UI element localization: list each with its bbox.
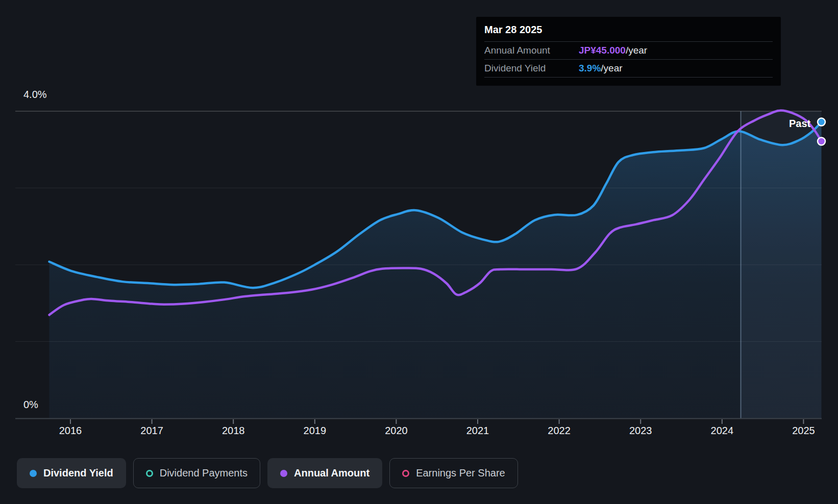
- tooltip-value: 3.9%: [579, 63, 601, 74]
- past-region-label: Past: [789, 118, 810, 130]
- x-axis-year-label: 2020: [376, 425, 416, 437]
- legend-button-earnings-per-share[interactable]: Earnings Per Share: [389, 458, 518, 488]
- x-axis-year-label: 2022: [539, 425, 580, 437]
- x-axis-year-label: 2021: [457, 425, 498, 437]
- tooltip-label: Annual Amount: [484, 45, 579, 56]
- x-axis-year-label: 2017: [132, 425, 172, 437]
- x-axis-year-label: 2024: [702, 425, 743, 437]
- tooltip-divider: [484, 77, 773, 78]
- legend-button-dividend-yield[interactable]: Dividend Yield: [17, 458, 126, 488]
- legend-label: Annual Amount: [294, 467, 369, 479]
- dividend-chart-panel: { "tooltip": { "date": "Mar 28 2025", "r…: [0, 0, 838, 504]
- legend-label: Dividend Payments: [160, 467, 248, 479]
- y-axis-zero-label: 0%: [23, 399, 38, 411]
- x-axis-year-label: 2016: [50, 425, 91, 437]
- dividend-yield-area: [50, 122, 822, 418]
- annual-amount-end-marker: [818, 137, 825, 145]
- tooltip-row-dividend-yield: Dividend Yield 3.9% /year: [476, 60, 781, 77]
- dividend-payments-circle-icon: [146, 470, 153, 477]
- chart-tooltip: Mar 28 2025 Annual Amount JP¥45.000 /yea…: [476, 17, 781, 86]
- legend-button-dividend-payments[interactable]: Dividend Payments: [133, 458, 260, 488]
- x-axis-year-label: 2019: [294, 425, 335, 437]
- annual-amount-dot-icon: [280, 470, 287, 477]
- highlight-band: [741, 111, 822, 418]
- x-axis-year-label: 2023: [620, 425, 661, 437]
- y-axis-max-label: 4.0%: [23, 89, 47, 100]
- chart-legend: Dividend Yield Dividend Payments Annual …: [17, 458, 518, 488]
- tooltip-value: JP¥45.000: [579, 45, 626, 56]
- earnings-per-share-circle-icon: [402, 470, 409, 477]
- x-axis-year-label: 2018: [213, 425, 254, 437]
- legend-label: Dividend Yield: [43, 467, 113, 479]
- x-axis-year-label: 2025: [783, 425, 824, 437]
- dividend-yield-end-marker: [818, 118, 825, 126]
- tooltip-suffix: /year: [626, 45, 647, 56]
- tooltip-suffix: /year: [601, 63, 622, 74]
- tooltip-date: Mar 28 2025: [476, 17, 781, 41]
- tooltip-row-annual-amount: Annual Amount JP¥45.000 /year: [476, 42, 781, 59]
- legend-label: Earnings Per Share: [416, 467, 505, 479]
- tooltip-label: Dividend Yield: [484, 63, 579, 74]
- dividend-yield-dot-icon: [30, 470, 37, 477]
- legend-button-annual-amount[interactable]: Annual Amount: [267, 458, 382, 488]
